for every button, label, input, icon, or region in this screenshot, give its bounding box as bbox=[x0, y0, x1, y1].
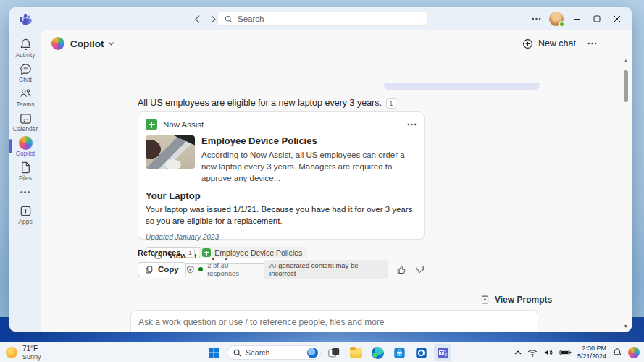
now-assist-icon bbox=[202, 248, 211, 257]
sidebar-item-calendar[interactable]: Calendar bbox=[9, 109, 41, 134]
sidebar-item-label: Apps bbox=[18, 219, 32, 225]
start-button[interactable] bbox=[205, 344, 222, 361]
profile-avatar[interactable] bbox=[546, 7, 566, 30]
windows-taskbar: 71°F Sunny Search bbox=[0, 342, 644, 362]
card-app-name: Now Assist bbox=[163, 120, 204, 129]
weather-widget[interactable]: 71°F Sunny bbox=[6, 345, 41, 361]
copy-label: Copy bbox=[158, 265, 179, 274]
article-thumbnail-image bbox=[146, 135, 195, 169]
scrollbar[interactable]: ▲ ▼ bbox=[622, 58, 630, 329]
window-titlebar: Search bbox=[9, 7, 632, 30]
search-placeholder: Search bbox=[238, 14, 264, 23]
scrollbar-thumb[interactable] bbox=[624, 70, 628, 102]
active-indicator bbox=[9, 139, 12, 153]
scroll-down-arrow[interactable]: ▼ bbox=[624, 324, 629, 329]
copilot-pane: Copilot New chat All US employees are el… bbox=[41, 30, 632, 332]
privacy-shield-icon[interactable] bbox=[186, 265, 195, 274]
view-prompts-label: View Prompts bbox=[495, 295, 552, 305]
copy-button[interactable]: Copy bbox=[138, 262, 186, 277]
sidebar-item-label: Calendar bbox=[13, 126, 38, 132]
view-prompts-button[interactable]: View Prompts bbox=[480, 295, 552, 305]
divider bbox=[513, 332, 514, 332]
copilot-header: Copilot New chat bbox=[41, 30, 632, 56]
back-button[interactable] bbox=[191, 12, 204, 25]
search-icon bbox=[233, 349, 241, 357]
sidebar-item-activity[interactable]: Activity bbox=[9, 35, 41, 60]
teams-search-input[interactable]: Search bbox=[217, 12, 427, 26]
apps-grid-button[interactable] bbox=[495, 331, 506, 332]
maximize-icon bbox=[593, 15, 601, 22]
store-icon bbox=[393, 347, 406, 359]
search-icon bbox=[225, 15, 233, 23]
ai-disclaimer-badge: AI-generated content may be incorrect bbox=[264, 260, 388, 279]
wifi-icon[interactable] bbox=[527, 349, 538, 357]
new-chat-plus-icon bbox=[522, 38, 533, 49]
folder-icon bbox=[350, 348, 362, 358]
windows-copilot-button[interactable] bbox=[628, 347, 640, 358]
taskbar-search-input[interactable]: Search bbox=[227, 345, 321, 360]
task-view-button[interactable] bbox=[325, 344, 343, 361]
sidebar-item-files[interactable]: Files bbox=[9, 159, 41, 183]
section-heading: Your Laptop bbox=[146, 190, 417, 201]
desktop: Search Activity bbox=[0, 0, 644, 362]
section-body: Your laptop was issued 1/1/21. Because y… bbox=[146, 203, 415, 227]
composer-placeholder: Ask a work question or use / to referenc… bbox=[138, 317, 530, 327]
header-more-button[interactable] bbox=[587, 42, 597, 45]
sun-icon bbox=[6, 347, 17, 358]
sidebar-item-chat[interactable]: Chat bbox=[9, 60, 41, 85]
citation-badge[interactable]: 1 bbox=[386, 98, 396, 109]
references-row: References 1 Employee Device Policies bbox=[138, 247, 307, 258]
sidebar-item-label: Files bbox=[19, 175, 32, 182]
clock-date: 5/21/2024 bbox=[577, 353, 606, 361]
close-icon bbox=[614, 15, 621, 22]
weather-condition: Sunny bbox=[22, 353, 41, 361]
sidebar-item-teams[interactable]: Teams bbox=[9, 85, 41, 109]
attach-paperclip-button[interactable] bbox=[478, 331, 489, 332]
reference-chip[interactable]: Employee Device Policies bbox=[199, 247, 307, 258]
chevron-right-icon bbox=[210, 14, 217, 24]
reference-chip-label: Employee Device Policies bbox=[214, 248, 302, 257]
now-assist-card: Now Assist Employee Device Policies Acco… bbox=[138, 111, 425, 240]
battery-icon[interactable] bbox=[559, 349, 572, 356]
sidebar-item-apps[interactable]: Apps bbox=[9, 202, 41, 227]
new-chat-button[interactable]: New chat bbox=[522, 38, 576, 49]
file-icon bbox=[19, 161, 33, 174]
search-highlights-icon bbox=[307, 348, 318, 358]
tray-chevron-up-button[interactable] bbox=[514, 350, 522, 355]
more-icon bbox=[532, 17, 541, 20]
card-more-button[interactable] bbox=[407, 123, 417, 126]
outlook-button[interactable] bbox=[412, 344, 430, 361]
minimize-button[interactable] bbox=[566, 7, 587, 30]
thumbs-up-button[interactable] bbox=[396, 264, 406, 275]
edge-browser-button[interactable] bbox=[369, 344, 386, 361]
teams-taskbar-button[interactable] bbox=[434, 344, 451, 361]
references-label: References bbox=[138, 248, 180, 257]
maximize-button[interactable] bbox=[587, 7, 607, 30]
teams-icon bbox=[437, 347, 449, 359]
message-actions-row: Copy 2 of 30 responses AI-generated cont… bbox=[138, 261, 425, 277]
scroll-up-arrow[interactable]: ▲ bbox=[624, 58, 629, 63]
article-excerpt: According to Now Assist, all US employee… bbox=[201, 149, 417, 184]
apps-plus-icon bbox=[19, 204, 33, 218]
microsoft-store-button[interactable] bbox=[390, 344, 408, 361]
sidebar-more-button[interactable]: ••• bbox=[9, 183, 41, 202]
file-explorer-button[interactable] bbox=[347, 344, 364, 361]
windows-logo-icon bbox=[208, 347, 219, 358]
new-chat-label: New chat bbox=[538, 38, 576, 49]
thumbs-down-button[interactable] bbox=[414, 264, 425, 275]
notifications-bell-button[interactable] bbox=[612, 348, 622, 358]
chevron-down-icon[interactable] bbox=[108, 41, 114, 46]
titlebar-more-button[interactable] bbox=[526, 7, 546, 30]
sidebar-item-label: Chat bbox=[19, 77, 32, 83]
message-composer[interactable]: Ask a work question or use / to referenc… bbox=[130, 310, 538, 332]
sidebar-item-copilot[interactable]: Copilot bbox=[9, 134, 41, 159]
copilot-icon bbox=[19, 136, 33, 150]
close-button[interactable] bbox=[607, 7, 627, 30]
speaker-icon[interactable] bbox=[543, 348, 553, 357]
taskbar-search-placeholder: Search bbox=[246, 348, 269, 357]
chat-canvas: All US employees are eligible for a new … bbox=[41, 56, 632, 332]
weather-temp: 71°F bbox=[22, 345, 41, 353]
taskbar-clock[interactable]: 2:30 PM 5/21/2024 bbox=[577, 345, 606, 361]
copy-icon bbox=[145, 265, 154, 274]
send-button[interactable] bbox=[520, 331, 532, 332]
